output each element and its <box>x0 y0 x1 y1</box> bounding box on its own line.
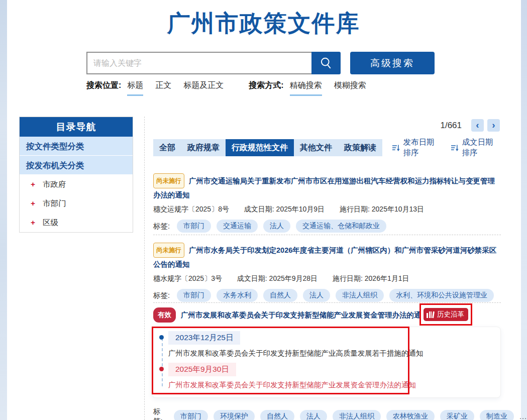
search-mode-exact[interactable]: 精确搜索 <box>290 80 322 96</box>
search-icon <box>319 56 333 70</box>
vertical-divider <box>144 117 145 420</box>
sidebar-node-city-dept[interactable]: +市部门 <box>20 194 133 213</box>
search-position-title[interactable]: 标题 <box>127 80 143 96</box>
doc-tags-row: 标签: 市部门 交通运输 法人 交通运输、仓储和邮政业 <box>153 220 501 233</box>
search-input[interactable] <box>86 52 311 74</box>
tag-pill[interactable]: 环境保护 <box>214 410 255 420</box>
search-mode-label: 搜索方式: <box>249 80 283 91</box>
doc-title-text: 广州市发展和改革委员会关于印发支持新型储能产业发展资金管理办法的通知 <box>181 311 429 319</box>
sidebar-node-label: 市政府 <box>43 180 66 188</box>
doc-list-item: 有效广州市发展和改革委员会关于印发支持新型储能产业发展资金管理办法的通知 <box>153 307 425 323</box>
item-separator <box>153 302 501 303</box>
status-badge: 尚未施行 <box>153 173 184 188</box>
tag-pill[interactable]: 自然人 <box>260 410 294 420</box>
tag-pill[interactable]: 法人 <box>263 220 290 233</box>
filter-tabs: 全部 政府规章 行政规范性文件 其他文件 政策解读 <box>153 139 382 156</box>
status-badge: 有效 <box>153 307 176 323</box>
page-title: 广州市政策文件库 <box>0 8 527 39</box>
search-bar: 高级搜索 <box>86 52 435 74</box>
written-date: 成文日期: 2025年10月9日 <box>244 205 325 213</box>
tab-other-docs[interactable]: 其他文件 <box>294 139 338 156</box>
effective-date: 施行日期: 2025年10月13日 <box>340 205 424 213</box>
search-button[interactable] <box>311 52 341 74</box>
tag-pill[interactable]: 水利、环境和公共设施管理业 <box>389 289 494 302</box>
sort-label: 发布日期排序 <box>403 137 441 158</box>
chevron-left-icon: ‹ <box>476 119 479 131</box>
tag-pill[interactable]: 交通运输 <box>217 220 258 233</box>
item-separator <box>153 235 501 235</box>
timeline-entry: 2025年9月30日 广州市发展和改革委员会关于印发支持新型储能产业发展资金管理… <box>160 363 408 390</box>
tag-pill[interactable]: 农林牧渔业 <box>386 410 435 420</box>
tag-pill[interactable]: 制造业 <box>480 410 514 420</box>
history-timeline-annotation-box: 2023年12月25日 广州市发展和改革委员会关于印发支持新型储能产业高质量发展… <box>152 327 409 394</box>
sort-desc-icon <box>451 144 459 152</box>
tag-pill[interactable]: 市部门 <box>177 220 211 233</box>
doc-title-link[interactable]: 有效广州市发展和改革委员会关于印发支持新型储能产业发展资金管理办法的通知 <box>153 307 425 323</box>
history-button[interactable]: 历史沿革 <box>424 308 468 321</box>
doc-title-link[interactable]: 尚未施行广州市水务局关于印发划定2026年度省主要河道（广州辖区内）和广州市管采… <box>153 243 501 271</box>
tag-pill[interactable]: 非法人组织 <box>333 410 381 420</box>
doc-number: 穗交运规字〔2025〕8号 <box>153 205 229 213</box>
timeline-doc-link[interactable]: 广州市发展和改革委员会关于印发支持新型储能产业高质量发展若干措施的通知 <box>168 349 408 358</box>
tag-pill[interactable]: 市部门 <box>174 410 208 420</box>
doc-title-text: 广州市交通运输局关于重新发布广州市市区在用巡游出租汽车经营权和运力指标转让与变更… <box>153 177 495 199</box>
tag-pill[interactable]: 非法人组织 <box>336 289 384 302</box>
tab-policy-interpretation[interactable]: 政策解读 <box>338 139 382 156</box>
doc-title-text: 广州市水务局关于印发划定2026年度省主要河道（广州辖区内）和广州市管采砂河道河… <box>153 246 496 268</box>
chevron-right-icon: › <box>492 119 495 131</box>
left-gradient-strip <box>0 0 7 420</box>
tag-pill[interactable]: 自然人 <box>263 289 297 302</box>
tag-pill[interactable]: 采矿业 <box>440 410 474 420</box>
doc-meta: 穗交运规字〔2025〕8号 成文日期: 2025年10月9日 施行日期: 202… <box>153 205 501 214</box>
sort-by-publish-date[interactable]: 发布日期排序 <box>392 137 441 158</box>
doc-list-item: 尚未施行广州市水务局关于印发划定2026年度省主要河道（广州辖区内）和广州市管采… <box>153 243 501 302</box>
search-mode-fuzzy[interactable]: 模糊搜索 <box>334 80 366 94</box>
timeline-doc-link[interactable]: 广州市发展和改革委员会关于印发支持新型储能产业发展资金管理办法的通知 <box>168 380 408 390</box>
tag-pill[interactable]: 交通运输、仓储和邮政业 <box>296 220 386 233</box>
timeline-dot-icon <box>159 335 164 340</box>
history-button-label: 历史沿革 <box>437 310 464 319</box>
search-position-label: 搜索位置: <box>86 80 121 91</box>
doc-tags-row: 标签: 市部门 水务水利 自然人 法人 非法人组织 水利、环境和公共设施管理业 <box>153 289 501 302</box>
sort-by-written-date[interactable]: 成文日期排序 <box>451 137 500 158</box>
plus-icon: + <box>31 218 35 227</box>
tag-pill[interactable]: 法人 <box>303 289 330 302</box>
sidebar-node-city-gov[interactable]: +市政府 <box>20 175 133 194</box>
sidebar-item-by-doc-type[interactable]: 按文件类型分类 <box>20 137 133 156</box>
search-position-body[interactable]: 正文 <box>155 80 171 94</box>
right-gradient-strip <box>521 0 527 420</box>
prev-page-button[interactable]: ‹ <box>471 119 484 132</box>
search-position-title-body[interactable]: 标题及正文 <box>183 80 224 94</box>
advanced-search-button[interactable]: 高级搜索 <box>350 52 435 74</box>
catalog-sidebar: 目录导航 按文件类型分类 按发布机关分类 +市政府 +市部门 +区级 <box>19 117 133 233</box>
history-icon <box>427 311 435 318</box>
sidebar-header: 目录导航 <box>20 117 133 137</box>
status-badge: 尚未施行 <box>153 243 184 258</box>
tag-pill[interactable]: 法人 <box>300 410 327 420</box>
tag-pill[interactable]: 市部门 <box>177 289 211 302</box>
doc-title-link[interactable]: 尚未施行广州市交通运输局关于重新发布广州市市区在用巡游出租汽车经营权和运力指标转… <box>153 173 501 201</box>
written-date: 成文日期: 2025年9月28日 <box>237 274 318 282</box>
next-page-button[interactable]: › <box>487 119 500 132</box>
sidebar-item-by-agency[interactable]: 按发布机关分类 <box>20 156 133 175</box>
sort-controls: 发布日期排序 成文日期排序 <box>382 139 500 156</box>
tab-gov-regulations[interactable]: 政府规章 <box>181 139 226 156</box>
history-annotation-box: 历史沿革 <box>419 303 472 326</box>
tab-all[interactable]: 全部 <box>153 139 181 156</box>
doc-list-item: 尚未施行广州市交通运输局关于重新发布广州市市区在用巡游出租汽车经营权和运力指标转… <box>153 173 501 233</box>
sort-label: 成文日期排序 <box>462 137 500 158</box>
doc-tags-row: 标签: 市部门 环境保护 自然人 法人 非法人组织 农林牧渔业 采矿业 制造业 … <box>153 407 527 420</box>
timeline-date: 2025年9月30日 <box>168 363 236 376</box>
sidebar-node-label: 区级 <box>43 218 58 227</box>
sidebar-node-district[interactable]: +区级 <box>20 213 133 232</box>
tags-label: 标签: <box>153 407 167 420</box>
doc-meta: 穗水规字〔2025〕3号 成文日期: 2025年9月28日 施行日期: 2026… <box>153 274 501 283</box>
plus-icon: + <box>31 180 35 188</box>
effective-date: 施行日期: 2026年1月1日 <box>333 274 409 282</box>
tag-pill[interactable]: 水务水利 <box>217 289 258 302</box>
policy-library-page: 广州市政策文件库 高级搜索 搜索位置: 标题 正文 标题及正文 搜索方式: 精确… <box>0 0 527 420</box>
pagination: 1/661 ‹ › <box>153 119 500 132</box>
filter-tabs-row: 全部 政府规章 行政规范性文件 其他文件 政策解读 发布日期排序 <box>153 139 500 156</box>
doc-number: 穗水规字〔2025〕3号 <box>153 274 222 282</box>
tab-admin-normative-docs[interactable]: 行政规范性文件 <box>226 139 294 156</box>
